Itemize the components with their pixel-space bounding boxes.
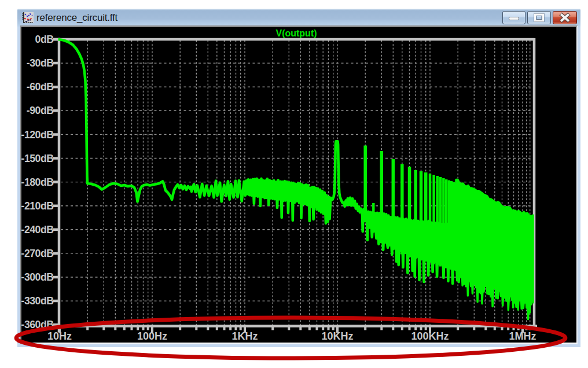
svg-text:-270dB: -270dB [21, 248, 54, 259]
svg-text:-210dB: -210dB [21, 200, 54, 212]
svg-text:-30dB: -30dB [27, 57, 54, 69]
svg-text:-360dB: -360dB [21, 319, 54, 330]
svg-text:-180dB: -180dB [21, 176, 54, 188]
svg-text:1MHz: 1MHz [509, 330, 536, 342]
svg-text:-240dB: -240dB [21, 224, 54, 235]
svg-text:10Hz: 10Hz [47, 330, 72, 342]
svg-text:100Hz: 100Hz [137, 330, 167, 342]
svg-text:-330dB: -330dB [21, 295, 54, 307]
svg-text:100KHz: 100KHz [411, 330, 449, 342]
svg-text:-150dB: -150dB [21, 153, 54, 164]
svg-text:-120dB: -120dB [21, 129, 54, 141]
svg-text:V(output): V(output) [275, 28, 317, 38]
svg-text:10KHz: 10KHz [321, 330, 353, 342]
svg-text:-60dB: -60dB [27, 81, 54, 93]
svg-text:1KHz: 1KHz [231, 330, 258, 342]
svg-text:-300dB: -300dB [21, 271, 54, 283]
svg-text:-90dB: -90dB [27, 105, 54, 116]
svg-text:0dB: 0dB [35, 34, 54, 45]
